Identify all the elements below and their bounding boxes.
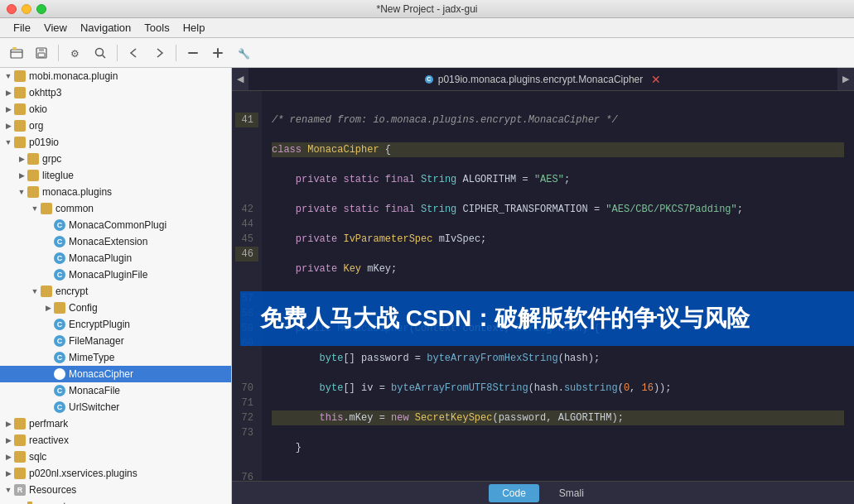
sidebar-item-p020nl[interactable]: p020nl.xservices.plugins: [0, 465, 231, 482]
toolbar-forward-btn[interactable]: [147, 41, 171, 65]
sidebar-item-monaca-common-plugin[interactable]: C MonacaCommonPlugi: [0, 217, 231, 233]
toolbar-zoom-in-btn[interactable]: [206, 41, 229, 65]
package-icon: [13, 103, 27, 116]
sidebar-item-okhttp3[interactable]: okhttp3: [0, 84, 231, 101]
expand-arrow: [3, 137, 13, 147]
expand-arrow: [3, 452, 13, 462]
package-icon: [13, 467, 27, 480]
toolbar-wrench-btn[interactable]: 🔧: [231, 41, 254, 65]
package-icon: [13, 70, 27, 83]
sidebar-item-mobi[interactable]: mobi.monaca.plugin: [0, 68, 231, 84]
code-line: class MonacaCipher {: [272, 142, 844, 157]
sidebar-item-monaca-cipher[interactable]: C MonacaCipher: [0, 366, 231, 382]
class-icon: C: [53, 235, 66, 248]
class-dot-icon: C: [425, 75, 433, 84]
sidebar-item-monaca-extension[interactable]: C MonacaExtension: [0, 233, 231, 250]
expand-arrow: [43, 303, 53, 313]
sidebar-item-file-manager[interactable]: C FileManager: [0, 333, 231, 349]
svg-rect-1: [12, 47, 17, 50]
code-line: /* renamed from: io.monaca.plugins.encry…: [272, 113, 844, 127]
package-icon: [40, 202, 53, 215]
package-icon: [27, 169, 40, 182]
menu-navigation[interactable]: Navigation: [74, 20, 138, 36]
line-numbers: 41 42 44 45 46 57 58 59 60 70 71: [232, 91, 262, 481]
maximize-button[interactable]: [36, 4, 46, 14]
expand-arrow: [3, 419, 13, 429]
sidebar-item-encrypt[interactable]: encrypt: [0, 283, 231, 300]
title-bar: *New Project - jadx-gui: [0, 0, 854, 18]
expand-arrow: [3, 104, 13, 114]
expand-arrow: [3, 485, 13, 495]
class-icon: C: [53, 334, 66, 348]
tab-close-btn[interactable]: ✕: [651, 73, 661, 86]
tab-nav-left[interactable]: ◀: [232, 68, 248, 90]
svg-rect-8: [188, 52, 198, 54]
class-icon: C: [53, 367, 66, 381]
sidebar-item-url-switcher[interactable]: C UrlSwitcher: [0, 399, 231, 415]
close-button[interactable]: [7, 4, 17, 14]
toolbar-decompile-btn[interactable]: ⚙: [64, 41, 87, 65]
sidebar-item-config[interactable]: Config: [0, 300, 231, 316]
active-tab[interactable]: C p019io.monaca.plugins.encrypt.MonacaCi…: [248, 68, 837, 90]
sidebar-item-monaca-plugin[interactable]: C MonacaPlugin: [0, 250, 231, 266]
sidebar-item-sqlc[interactable]: sqlc: [0, 449, 231, 465]
expand-arrow: [3, 121, 13, 131]
content-area: ◀ C p019io.monaca.plugins.encrypt.Monaca…: [232, 68, 854, 504]
class-icon: C: [53, 401, 66, 414]
svg-rect-4: [38, 53, 45, 57]
sidebar-item-org[interactable]: org: [0, 118, 231, 134]
menu-view[interactable]: View: [37, 20, 74, 36]
code-line: private IvParameterSpec mIvSpec;: [272, 232, 844, 247]
bottom-tab-smali[interactable]: Smali: [546, 484, 597, 502]
sidebar-item-p019io[interactable]: p019io: [0, 134, 231, 151]
menu-help[interactable]: Help: [176, 20, 212, 36]
package-icon: [13, 450, 27, 463]
expand-arrow: [17, 170, 27, 180]
minimize-button[interactable]: [22, 4, 31, 14]
toolbar-zoom-out-btn[interactable]: [181, 41, 205, 65]
code-line: byte[] iv = byteArrayFromUTF8String(hash…: [272, 381, 844, 396]
code-container[interactable]: 41 42 44 45 46 57 58 59 60 70 71: [232, 91, 854, 481]
svg-text:⚙: ⚙: [70, 48, 80, 60]
expand-arrow: [30, 204, 40, 214]
sidebar-item-encrypt-plugin[interactable]: C EncryptPlugin: [0, 316, 231, 333]
sidebar-item-perfmark[interactable]: perfmark: [0, 415, 231, 432]
toolbar-save-btn[interactable]: [30, 41, 53, 65]
sidebar-item-okio[interactable]: okio: [0, 101, 231, 118]
sidebar[interactable]: mobi.monaca.plugin okhttp3 okio org p019…: [0, 68, 232, 504]
class-icon: C: [53, 252, 66, 265]
sidebar-item-liteglue[interactable]: liteglue: [0, 167, 231, 184]
toolbar-search-btn[interactable]: [89, 41, 112, 65]
menu-file[interactable]: File: [7, 20, 37, 36]
package-icon: [13, 417, 27, 430]
main-layout: mobi.monaca.plugin okhttp3 okio org p019…: [0, 68, 854, 504]
bottom-tab-code[interactable]: Code: [489, 484, 539, 502]
svg-rect-3: [39, 48, 44, 51]
sidebar-item-resources[interactable]: R Resources: [0, 482, 231, 498]
sidebar-item-common[interactable]: common: [0, 200, 231, 217]
toolbar-sep-1: [58, 45, 59, 61]
menu-tools[interactable]: Tools: [138, 20, 176, 36]
sidebar-item-mime-type[interactable]: C MimeType: [0, 349, 231, 366]
code-line: [272, 470, 844, 481]
sidebar-item-monaca-file[interactable]: C MonacaFile: [0, 382, 231, 399]
menu-bar: File View Navigation Tools Help: [0, 18, 854, 38]
res-icon: R: [13, 483, 27, 497]
svg-rect-10: [217, 48, 219, 58]
toolbar-open-btn[interactable]: [5, 41, 28, 65]
sidebar-item-assets[interactable]: assets: [0, 498, 231, 504]
sidebar-item-monaca-plugin-file[interactable]: C MonacaPluginFile: [0, 266, 231, 283]
sidebar-item-monaca-plugins[interactable]: monaca.plugins: [0, 184, 231, 200]
class-icon: C: [53, 268, 66, 281]
sidebar-item-reactivex[interactable]: reactivex: [0, 432, 231, 449]
sidebar-item-grpc[interactable]: grpc: [0, 151, 231, 167]
tab-label: p019io.monaca.plugins.encrypt.MonacaCiph…: [438, 74, 643, 85]
expand-arrow: [3, 88, 13, 98]
toolbar-back-btn[interactable]: [123, 41, 146, 65]
overlay-banner: 免费人马大战 CSDN：破解版软件的争议与风险: [240, 291, 854, 346]
tab-nav-right[interactable]: ▶: [837, 68, 854, 90]
expand-arrow: [3, 435, 13, 445]
window-controls[interactable]: [7, 4, 46, 14]
class-icon: C: [53, 218, 66, 232]
window-title: *New Project - jadx-gui: [376, 3, 477, 15]
